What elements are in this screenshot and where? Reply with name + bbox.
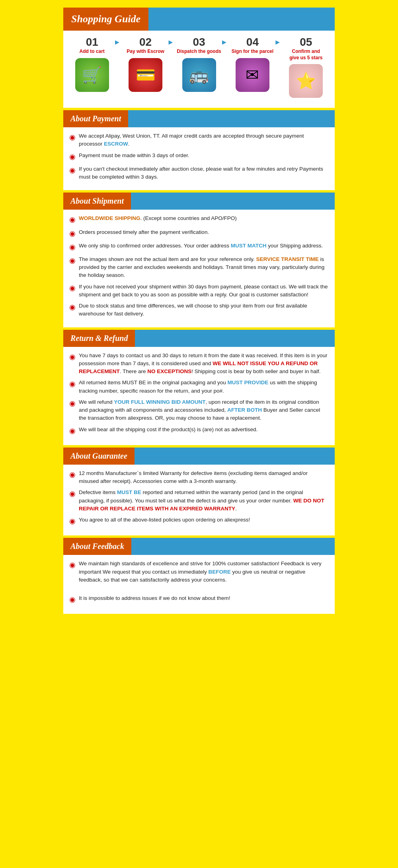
- bullet-icon-s3: ◉: [69, 242, 76, 252]
- bullet-icon-r1: ◉: [69, 352, 76, 362]
- step-5-number: 05: [300, 37, 312, 48]
- bullet-icon-3: ◉: [69, 165, 76, 175]
- step-1: 01 ► Add to cart 🛒: [65, 37, 119, 92]
- step-2-label: Pay with Escrow: [127, 49, 164, 55]
- step-3-number: 03: [193, 37, 205, 48]
- header-section: Shopping Guide: [63, 8, 335, 31]
- step-3-icon: 🚌: [182, 58, 216, 92]
- step-1-icon: 🛒: [75, 58, 109, 92]
- feedback-text-1: We maintain high standards of excellence…: [79, 560, 329, 584]
- steps-section: 01 ► Add to cart 🛒 02 ► Pay with Escrow …: [63, 31, 335, 108]
- payment-text-1: We accept Alipay, West Union, TT. All ma…: [79, 132, 329, 148]
- payment-text-3: If you can't checkout immediately after …: [79, 165, 329, 181]
- step-2: 02 ► Pay with Escrow 💳: [119, 37, 172, 92]
- step-1-label: Add to cart: [80, 49, 105, 55]
- step-5-icon: ⭐: [289, 64, 323, 98]
- guarantee-text-3: You agree to all of the above-listed pol…: [79, 516, 250, 524]
- payment-content: ◉ We accept Alipay, West Union, TT. All …: [63, 127, 335, 190]
- bullet-icon-g2: ◉: [69, 489, 76, 499]
- step-1-number: 01: [86, 37, 98, 48]
- must-match: MUST MATCH: [231, 243, 267, 249]
- shipment-bullet-1: ◉ WORLDWIDE SHIPPING. (Except some count…: [69, 214, 329, 225]
- refund-blue: [135, 330, 335, 347]
- step-3-label: Dispatch the goods: [177, 49, 221, 55]
- step-3-number-row: 03 ►: [172, 37, 226, 48]
- must-be: MUST BE: [117, 489, 141, 495]
- refund-content: ◉ You have 7 days to contact us and 30 d…: [63, 347, 335, 445]
- payment-blue: [128, 110, 335, 127]
- bullet-icon-g3: ◉: [69, 516, 76, 526]
- shipment-blue: [131, 193, 335, 210]
- after-both: AFTER BOTH: [227, 407, 262, 413]
- feedback-content: ◉ We maintain high standards of excellen…: [63, 555, 335, 614]
- shipment-text-3: We only ship to confirmed order addresse…: [79, 242, 323, 250]
- header-blue-fill: [148, 8, 335, 31]
- bullet-icon-f1: ◉: [69, 560, 76, 570]
- guarantee-bullet-1: ◉ 12 months Manufacturer`s limited Warra…: [69, 469, 329, 486]
- escrow-link[interactable]: ESCROW: [104, 141, 128, 147]
- steps-row: 01 ► Add to cart 🛒 02 ► Pay with Escrow …: [65, 37, 333, 98]
- payment-header: About Payment: [63, 110, 335, 127]
- payment-bullet-2: ◉ Payment must be made within 3 days of …: [69, 152, 329, 162]
- bullet-icon-s4: ◉: [69, 256, 76, 266]
- bullet-icon-s5: ◉: [69, 283, 76, 293]
- service-transit: SERVICE TRANSIT TIME: [256, 256, 319, 262]
- shipment-text-1: WORLDWIDE SHIPPING. (Except some countri…: [79, 214, 237, 222]
- guarantee-bullet-2: ◉ Defective items MUST BE reported and r…: [69, 488, 329, 513]
- feedback-text-2: It is impossible to address issues if we…: [79, 594, 230, 602]
- shipment-text-4: The images shown are not the actual item…: [79, 255, 329, 280]
- worldwide-link: WORLDWIDE SHIPPING: [79, 215, 140, 221]
- step-4-number: 04: [246, 37, 259, 48]
- guarantee-blue: [135, 448, 335, 465]
- shipment-bullet-4: ◉ The images shown are not the actual it…: [69, 255, 329, 280]
- step-2-icon: 💳: [129, 58, 162, 92]
- refund-text-1: You have 7 days to contact us and 30 day…: [79, 352, 329, 376]
- bullet-icon-2: ◉: [69, 152, 76, 162]
- step-2-number-row: 02 ►: [119, 37, 172, 48]
- bullet-icon-s6: ◉: [69, 302, 76, 312]
- refund-bullet-3: ◉ We will refund YOUR FULL WINNING BID A…: [69, 398, 329, 422]
- payment-text-2: Payment must be made within 3 days of or…: [79, 152, 189, 160]
- shipment-content: ◉ WORLDWIDE SHIPPING. (Except some count…: [63, 210, 335, 327]
- shipment-text-2: Orders processed timely after the paymen…: [79, 228, 209, 236]
- feedback-title: About Feedback: [63, 538, 131, 555]
- step-5: 05 Confirm andgive us 5 stars ⭐: [279, 37, 333, 98]
- refund-text-2: All returned items MUST BE in the origin…: [79, 379, 329, 395]
- shipment-bullet-3: ◉ We only ship to confirmed order addres…: [69, 242, 329, 252]
- refund-text-4: We will bear all the shipping cost if th…: [79, 426, 258, 434]
- feedback-blue: [131, 538, 335, 555]
- refund-bullet-2: ◉ All returned items MUST BE in the orig…: [69, 379, 329, 395]
- feedback-bullet-1: ◉ We maintain high standards of excellen…: [69, 560, 329, 584]
- before-text: BEFORE: [208, 569, 230, 575]
- step-4-number-row: 04 ►: [226, 37, 279, 48]
- guarantee-content: ◉ 12 months Manufacturer`s limited Warra…: [63, 465, 335, 535]
- payment-bullet-3: ◉ If you can't checkout immediately afte…: [69, 165, 329, 181]
- refund-text-3: We will refund YOUR FULL WINNING BID AMO…: [79, 398, 329, 422]
- bullet-icon-f2: ◉: [69, 595, 76, 605]
- header-title: Shopping Guide: [63, 8, 148, 31]
- full-bid: YOUR FULL WINNING BID AMOUNT: [114, 399, 205, 405]
- refund-bullet-1: ◉ You have 7 days to contact us and 30 d…: [69, 352, 329, 376]
- shipment-title: About Shipment: [63, 193, 131, 210]
- guarantee-text-1: 12 months Manufacturer`s limited Warrant…: [79, 469, 329, 486]
- bullet-icon-r2: ◉: [69, 379, 76, 389]
- step-5-number-row: 05: [279, 37, 333, 48]
- shipment-text-6: Due to stock status and time differences…: [79, 302, 329, 318]
- no-refund-text: WE WILL NOT ISSUE YOU A REFUND OR REPLAC…: [79, 360, 318, 374]
- shipment-bullet-6: ◉ Due to stock status and time differenc…: [69, 302, 329, 318]
- shipment-text-5: If you have not received your shipment w…: [79, 283, 329, 299]
- bullet-icon-s1: ◉: [69, 215, 76, 225]
- step-1-number-row: 01 ►: [65, 37, 119, 48]
- no-exceptions: NO EXCEPTIONS: [147, 368, 191, 374]
- feedback-bullet-2: ◉ It is impossible to address issues if …: [69, 594, 329, 605]
- shipment-bullet-2: ◉ Orders processed timely after the paym…: [69, 228, 329, 239]
- bullet-icon-s2: ◉: [69, 229, 76, 239]
- bullet-icon-r4: ◉: [69, 426, 76, 436]
- feedback-header: About Feedback: [63, 538, 335, 555]
- must-provide: MUST PROVIDE: [227, 380, 268, 385]
- bullet-icon-1: ◉: [69, 132, 76, 142]
- payment-bullet-1: ◉ We accept Alipay, West Union, TT. All …: [69, 132, 329, 148]
- refund-bullet-4: ◉ We will bear all the shipping cost if …: [69, 426, 329, 436]
- main-wrapper: Shopping Guide 01 ► Add to cart 🛒 02 ► P…: [62, 6, 336, 615]
- shipment-header: About Shipment: [63, 193, 335, 210]
